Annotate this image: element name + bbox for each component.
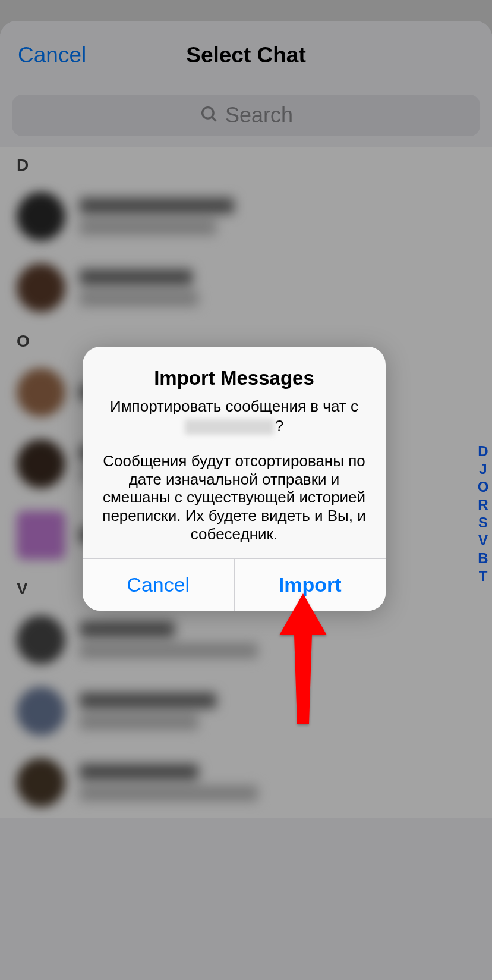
- alert-prompt-prefix: Импортировать сообщения в чат с: [110, 397, 358, 415]
- alert-buttons: Cancel Import: [83, 558, 386, 611]
- import-messages-alert: Import Messages Импортировать сообщения …: [83, 347, 386, 611]
- alert-import-button[interactable]: Import: [234, 559, 386, 611]
- alert-title: Import Messages: [99, 367, 369, 390]
- alert-prompt-suffix: ?: [275, 417, 283, 435]
- alert-body: Import Messages Импортировать сообщения …: [83, 347, 386, 558]
- alert-prompt: Импортировать сообщения в чат с ?: [99, 397, 369, 435]
- alert-chat-name-redacted: [185, 419, 274, 435]
- alert-message: Сообщения будут отсортированы по дате из…: [99, 452, 369, 543]
- alert-cancel-button[interactable]: Cancel: [83, 559, 234, 611]
